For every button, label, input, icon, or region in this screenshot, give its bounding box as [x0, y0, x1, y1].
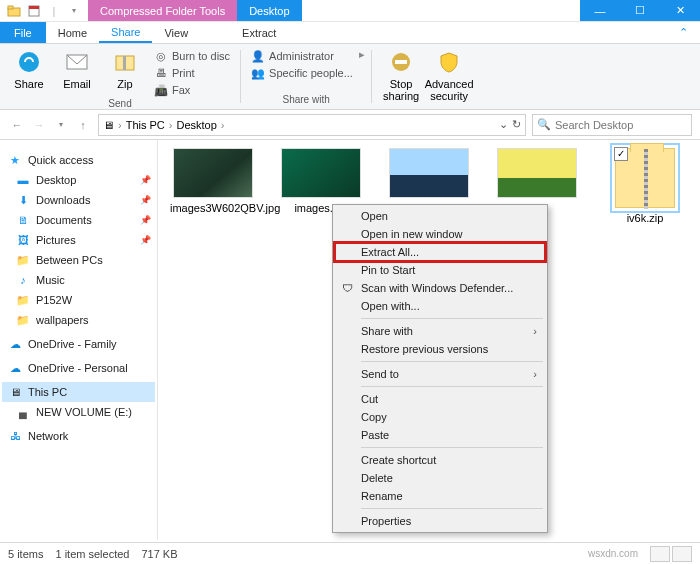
email-icon	[63, 48, 91, 76]
ctx-create-shortcut[interactable]: Create shortcut	[335, 451, 545, 469]
up-button[interactable]: ↑	[74, 116, 92, 134]
file-tab[interactable]: File	[0, 22, 46, 43]
window-title: Desktop	[237, 0, 301, 21]
downloads-icon: ⬇	[16, 193, 30, 207]
recent-dropdown[interactable]: ▾	[52, 116, 70, 134]
svg-rect-1	[8, 6, 13, 9]
sidebar-item-desktop[interactable]: ▬Desktop📌	[2, 170, 155, 190]
ctx-share-with[interactable]: Share with›	[335, 322, 545, 340]
minimize-button[interactable]: ―	[580, 0, 620, 21]
adv-label: Advanced security	[425, 78, 474, 102]
file-name: images3W602QBV.jpg	[170, 202, 256, 215]
folder-icon: 📁	[16, 293, 30, 307]
ctx-paste[interactable]: Paste	[335, 426, 545, 444]
title-bar: | ▾ Compressed Folder Tools Desktop ― ☐ …	[0, 0, 700, 22]
checkbox-checked-icon[interactable]: ✓	[614, 147, 628, 161]
extract-tab[interactable]: Extract	[230, 22, 288, 43]
ctx-send-to[interactable]: Send to›	[335, 365, 545, 383]
share-button[interactable]: Share	[6, 46, 52, 90]
status-size: 717 KB	[141, 548, 177, 560]
chevron-right-icon[interactable]: ›	[169, 119, 173, 131]
disc-icon: ◎	[154, 49, 168, 63]
chevron-right-icon[interactable]: ›	[221, 119, 225, 131]
close-button[interactable]: ✕	[660, 0, 700, 21]
share-tab[interactable]: Share	[99, 22, 152, 43]
ctx-open-with[interactable]: Open with...	[335, 297, 545, 315]
users-icon: 👥	[251, 66, 265, 80]
file-item-selected[interactable]: ✓ iv6k.zip	[602, 148, 688, 225]
folder-icon	[6, 3, 22, 19]
print-button[interactable]: 🖶Print	[150, 65, 234, 81]
file-item[interactable]: images3W602QBV.jpg	[170, 148, 256, 215]
ctx-defender[interactable]: 🛡Scan with Windows Defender...	[335, 279, 545, 297]
ribbon-collapse-button[interactable]: ⌃	[667, 22, 700, 43]
search-input[interactable]: 🔍 Search Desktop	[532, 114, 692, 136]
ctx-delete[interactable]: Delete	[335, 469, 545, 487]
ctx-copy[interactable]: Copy	[335, 408, 545, 426]
folder-icon: 📁	[16, 253, 30, 267]
sidebar-network[interactable]: 🖧Network	[2, 426, 155, 446]
zip-button[interactable]: Zip	[102, 46, 148, 90]
ctx-open[interactable]: Open	[335, 207, 545, 225]
email-button[interactable]: Email	[54, 46, 100, 90]
file-item[interactable]	[494, 148, 580, 202]
sidebar-item-volume[interactable]: ▄NEW VOLUME (E:)	[2, 402, 155, 422]
window-buttons: ― ☐ ✕	[580, 0, 700, 21]
refresh-icon[interactable]: ↻	[512, 118, 521, 131]
home-tab[interactable]: Home	[46, 22, 99, 43]
ctx-pin-start[interactable]: Pin to Start	[335, 261, 545, 279]
sidebar-onedrive-family[interactable]: ☁OneDrive - Family	[2, 334, 155, 354]
sidebar-item-documents[interactable]: 🗎Documents📌	[2, 210, 155, 230]
breadcrumb-desktop[interactable]: Desktop	[176, 119, 216, 131]
gallery-expand-icon[interactable]: ▸	[359, 48, 365, 61]
ctx-properties[interactable]: Properties	[335, 512, 545, 530]
ctx-rename[interactable]: Rename	[335, 487, 545, 505]
file-name: iv6k.zip	[602, 212, 688, 225]
details-view-button[interactable]	[650, 546, 670, 562]
breadcrumb-thispc[interactable]: This PC	[126, 119, 165, 131]
search-icon: 🔍	[537, 118, 551, 131]
title-context-tabs: Compressed Folder Tools Desktop	[88, 0, 302, 21]
ctx-cut[interactable]: Cut	[335, 390, 545, 408]
properties-icon[interactable]	[26, 3, 42, 19]
back-button[interactable]: ←	[8, 116, 26, 134]
pin-icon: 📌	[140, 175, 151, 185]
sidebar-item-p152w[interactable]: 📁P152W	[2, 290, 155, 310]
file-item[interactable]	[386, 148, 472, 202]
advanced-security-button[interactable]: Advanced security	[426, 46, 472, 102]
sidebar-onedrive-personal[interactable]: ☁OneDrive - Personal	[2, 358, 155, 378]
maximize-button[interactable]: ☐	[620, 0, 660, 21]
sidebar-item-music[interactable]: ♪Music	[2, 270, 155, 290]
ctx-restore[interactable]: Restore previous versions	[335, 340, 545, 358]
address-dropdown-icon[interactable]: ⌄	[499, 118, 508, 131]
address-bar[interactable]: 🖥 › This PC › Desktop › ⌄ ↻	[98, 114, 526, 136]
ctx-open-new-window[interactable]: Open in new window	[335, 225, 545, 243]
sidebar-item-pictures[interactable]: 🖼Pictures📌	[2, 230, 155, 250]
burn-button[interactable]: ◎Burn to disc	[150, 48, 234, 64]
chevron-right-icon[interactable]: ›	[118, 119, 122, 131]
sidebar-this-pc[interactable]: 🖥This PC	[2, 382, 155, 402]
svg-rect-3	[29, 6, 39, 9]
ctx-extract-all[interactable]: Extract All...	[335, 243, 545, 261]
forward-button[interactable]: →	[30, 116, 48, 134]
ribbon-tab-row: File Home Share View Extract ⌃	[0, 22, 700, 44]
separator-icon: |	[46, 3, 62, 19]
sidebar-item-downloads[interactable]: ⬇Downloads📌	[2, 190, 155, 210]
specific-people-button[interactable]: 👥Specific people...	[247, 65, 357, 81]
sidebar-item-betweenpcs[interactable]: 📁Between PCs	[2, 250, 155, 270]
sidebar-quick-access[interactable]: ★Quick access	[2, 150, 155, 170]
thumbnails-view-button[interactable]	[672, 546, 692, 562]
pin-icon: 📌	[140, 235, 151, 245]
email-label: Email	[63, 78, 91, 90]
fax-button[interactable]: 📠Fax	[150, 82, 234, 98]
image-thumbnail	[173, 148, 253, 198]
stop-sharing-button[interactable]: Stop sharing	[378, 46, 424, 102]
status-item-count: 5 items	[8, 548, 43, 560]
qat-dropdown-icon[interactable]: ▾	[66, 3, 82, 19]
music-icon: ♪	[16, 273, 30, 287]
svg-point-4	[19, 52, 39, 72]
cloud-icon: ☁	[8, 361, 22, 375]
sidebar-item-wallpapers[interactable]: 📁wallpapers	[2, 310, 155, 330]
view-tab[interactable]: View	[152, 22, 200, 43]
admin-button[interactable]: 👤Administrator	[247, 48, 357, 64]
